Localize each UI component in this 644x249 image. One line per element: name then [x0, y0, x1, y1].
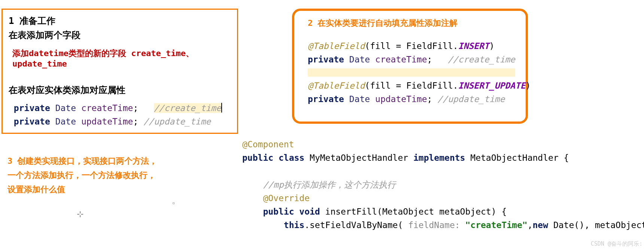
small-mark: ▫ [172, 200, 175, 206]
code-line: private Date updateTime; //update_time [308, 92, 515, 106]
text-caret [221, 103, 222, 113]
blank-line [242, 165, 639, 178]
step1-title: 1 准备工作 [9, 15, 233, 27]
step2-box: 2 在实体类要进行自动填充属性添加注解 @TableField(fill = F… [292, 9, 528, 124]
code-line: public void insertFill(MetaObject metaOb… [242, 205, 639, 218]
step1-title2: 在表对应实体类添加对应属性 [9, 84, 233, 96]
code-line: this.setFieldValByName( fieldName: "crea… [242, 218, 639, 232]
highlight-bar [308, 68, 515, 77]
step1-subtitle: 在表添加两个字段 [9, 29, 233, 41]
cursor-icon: ⊹ [77, 209, 83, 219]
code-line: @TableField(fill = FieldFill.INSERT) [308, 39, 515, 53]
code-line: private Date updateTime; //update_time [9, 115, 233, 128]
step3-code: @Component public class MyMetaObjectHand… [242, 138, 639, 232]
step3-line1: 3 创建类实现接口，实现接口两个方法， [7, 154, 195, 168]
code-line: @TableField(fill = FieldFill.INSERT_UPDA… [308, 79, 515, 92]
watermark-text: CSDN @奋斗的阿乐: [591, 240, 643, 248]
step3-line3: 设置添加什么值 [7, 182, 195, 197]
step3-line2: 一个方法添加执行，一个方法修改执行， [7, 168, 195, 182]
step3-text: 3 创建类实现接口，实现接口两个方法， 一个方法添加执行，一个方法修改执行， 设… [7, 154, 195, 197]
code-line: public class MyMetaObjectHandler impleme… [242, 151, 639, 165]
step1-red-note: 添加datetime类型的新的字段 create_time、update_tim… [12, 48, 233, 68]
code-line: @Component [242, 138, 639, 151]
step1-box: 1 准备工作 在表添加两个字段 添加datetime类型的新的字段 create… [1, 9, 238, 134]
step2-title: 2 在实体类要进行自动填充属性添加注解 [308, 18, 515, 29]
code-line: private Date createTime; //create_time [308, 53, 515, 66]
code-line: private Date createTime; //create_time [9, 101, 233, 115]
code-line: //mp执行添加操作，这个方法执行 [242, 178, 639, 191]
code-line: @Override [242, 191, 639, 205]
